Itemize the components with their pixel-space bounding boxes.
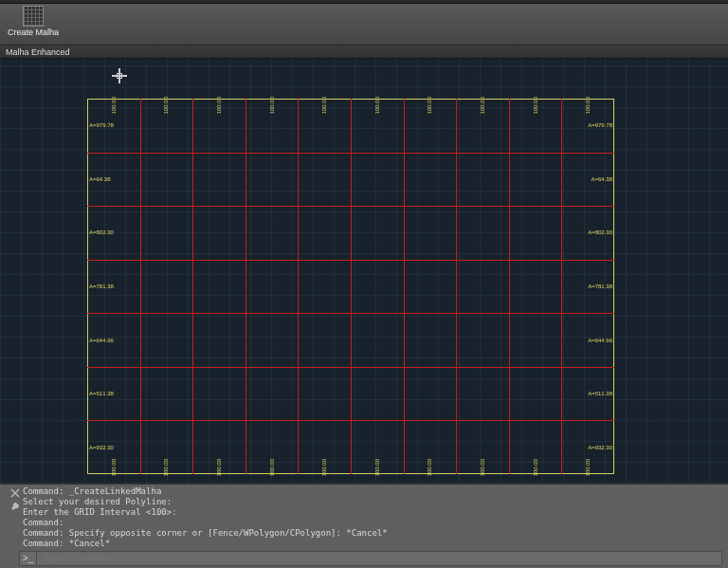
dim-label: 100.00	[269, 97, 275, 114]
dim-label: 100.00	[216, 459, 222, 476]
command-history-line: Select your desired Polyline:	[23, 497, 388, 507]
command-history-line: Command: *Cancel*	[23, 539, 388, 549]
command-input[interactable]	[37, 554, 721, 563]
dim-label: A=511.38	[588, 391, 612, 396]
close-icon[interactable]	[10, 488, 20, 498]
command-history-line: Command:	[23, 518, 388, 528]
grid-line-horizontal	[87, 313, 614, 314]
grid-line-vertical	[140, 99, 141, 474]
drawing-viewport[interactable]: 100.00100.00100.00100.00100.00100.00100.…	[0, 59, 728, 484]
command-gutter	[8, 486, 23, 549]
dim-label: A=644.96	[89, 338, 114, 343]
dim-label: A=64.38	[89, 176, 111, 182]
dim-label: 100.00	[111, 97, 117, 114]
grid-line-horizontal	[87, 260, 614, 261]
dim-label: A=781.38	[588, 284, 612, 289]
dim-label: A=802.30	[89, 229, 114, 235]
dim-label: A=979.78	[89, 122, 114, 128]
command-history[interactable]: Command: _CreateLinkedMalhaSelect your d…	[23, 486, 388, 549]
grid-line-horizontal	[87, 206, 614, 207]
dim-label: A=511.38	[89, 391, 114, 396]
grid-line-vertical	[192, 99, 193, 474]
dim-label: 100.00	[585, 459, 591, 476]
dim-label: 100.00	[427, 459, 432, 476]
grid-icon	[23, 6, 44, 27]
dim-label: A=932.30	[89, 445, 114, 450]
grid-line-horizontal	[87, 420, 614, 421]
dim-label: 100.00	[585, 97, 591, 114]
dim-label: 100.00	[321, 459, 327, 476]
grid-line-vertical	[298, 99, 299, 474]
command-input-row[interactable]: >_	[19, 551, 722, 566]
dim-label: 100.00	[216, 97, 222, 114]
dim-label: A=802.30	[588, 229, 612, 235]
ribbon-toolbar: Create Malha	[0, 4, 728, 46]
dim-label: 100.00	[163, 97, 169, 114]
dim-label: 100.00	[374, 97, 380, 114]
command-history-line: Command: _CreateLinkedMalha	[23, 486, 388, 497]
wrench-icon[interactable]	[10, 502, 20, 511]
dim-label: 100.00	[163, 459, 169, 476]
dim-label: A=64.38	[591, 176, 612, 182]
grid-line-vertical	[561, 99, 562, 474]
grid-line-vertical	[404, 99, 405, 474]
dim-label: A=979.78	[588, 122, 612, 128]
dim-label: 100.00	[427, 97, 432, 114]
grid-line-vertical	[456, 99, 457, 474]
dim-label: 100.00	[321, 97, 327, 114]
create-malha-label: Create Malha	[8, 27, 59, 37]
create-malha-button[interactable]: Create Malha	[0, 4, 66, 45]
command-prompt-icon: >_	[20, 552, 37, 565]
grid-line-vertical	[351, 99, 352, 474]
dim-label: 100.00	[480, 97, 485, 114]
panel-name: Malha Enhanced	[6, 47, 72, 57]
dim-label: 100.00	[374, 459, 380, 476]
ribbon-panel-strip: Malha Enhanced	[0, 46, 728, 59]
dim-label: 100.00	[480, 459, 485, 476]
grid-line-horizontal	[87, 367, 614, 368]
command-window: Command: _CreateLinkedMalhaSelect your d…	[0, 484, 728, 568]
command-history-line: Enter the GRID Interval <100>:	[23, 507, 388, 518]
malha-grid-object[interactable]: 100.00100.00100.00100.00100.00100.00100.…	[87, 99, 614, 474]
grid-line-vertical	[509, 99, 510, 474]
dim-label: A=932.30	[588, 445, 612, 450]
dim-label: A=781.38	[89, 284, 114, 289]
dim-label: 100.00	[533, 97, 538, 114]
grid-line-vertical	[246, 99, 246, 474]
dim-label: 100.00	[269, 459, 275, 476]
dim-label: A=644.96	[588, 338, 612, 343]
grid-line-horizontal	[87, 153, 614, 154]
dim-label: 100.00	[111, 459, 117, 476]
dim-label: 100.00	[533, 459, 538, 476]
crosshair-cursor	[112, 68, 127, 83]
command-history-line: Command: Specify opposite corner or [Fen…	[23, 528, 388, 539]
